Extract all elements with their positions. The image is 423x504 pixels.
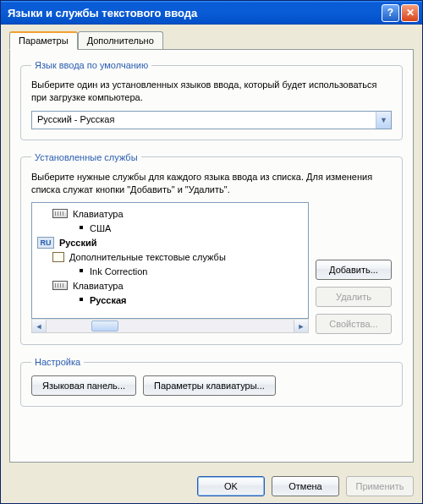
default-language-dropdown[interactable]: Русский - Русская ▼ [31,111,392,129]
scroll-track[interactable] [47,320,294,332]
dialog-window: Языки и службы текстового ввода ? ✕ Пара… [0,0,423,504]
tree-label: Русская [90,295,126,305]
settings-buttons-row: Языковая панель... Параметры клавиатуры.… [31,375,392,396]
tree-label: Клавиатура [73,209,124,219]
default-language-selected: Русский - Русская [32,112,376,129]
tree-language-russian[interactable]: RU Русский [36,235,308,249]
close-button[interactable]: ✕ [401,4,419,22]
services-side-buttons: Добавить... Удалить Свойства... [316,202,392,334]
tabstrip: Параметры Дополнительно [9,31,414,49]
group-default-language-legend: Язык ввода по умолчанию [31,60,151,70]
bullet-icon [80,298,83,301]
help-button[interactable]: ? [382,4,399,22]
language-bar-button[interactable]: Языковая панель... [31,375,136,396]
tree-label: США [90,223,111,233]
ok-button[interactable]: OK [197,476,265,496]
scroll-left-arrow-icon[interactable]: ◄ [32,320,47,332]
group-settings: Настройка Языковая панель... Параметры к… [20,357,403,407]
cancel-button[interactable]: Отмена [272,476,339,496]
apply-button: Применить [346,476,414,496]
keyboard-settings-button[interactable]: Параметры клавиатуры... [143,375,276,396]
language-badge-ru: RU [37,237,54,249]
group-installed-services: Установленные службы Выберите нужные слу… [20,152,403,346]
tree-category-extra-text-services[interactable]: Дополнительные текстовые службы [36,249,308,264]
remove-button: Удалить [316,287,392,307]
installed-services-row: Клавиатура США RU Русский [31,202,392,334]
installed-services-description: Выберите нужные службы для каждого языка… [31,171,392,196]
group-settings-legend: Настройка [31,357,84,367]
group-installed-services-legend: Установленные службы [31,152,141,162]
tree-label: Клавиатура [73,281,124,291]
add-button[interactable]: Добавить... [316,260,392,280]
tree-item-usa[interactable]: США [36,221,308,235]
tree-category-keyboard[interactable]: Клавиатура [36,206,308,221]
keyboard-icon [52,281,68,290]
window-title: Языки и службы текстового ввода [8,7,380,19]
tree-category-keyboard-ru[interactable]: Клавиатура [36,278,308,293]
keyboard-icon [52,209,68,218]
horizontal-scrollbar[interactable]: ◄ ► [31,319,309,333]
dialog-buttons: OK Отмена Применить [1,471,422,503]
document-icon [52,252,64,262]
services-tree[interactable]: Клавиатура США RU Русский [31,202,309,319]
properties-button: Свойства... [316,314,392,334]
tree-label: Ink Correction [90,266,147,277]
titlebar: Языки и службы текстового ввода ? ✕ [1,1,422,25]
bullet-icon [80,226,83,229]
client-area: Параметры Дополнительно Язык ввода по ум… [1,25,422,471]
tree-label: Русский [59,238,96,248]
scroll-right-arrow-icon[interactable]: ► [294,320,308,332]
tree-item-russian-layout[interactable]: Русская [36,293,308,307]
bullet-icon [80,269,83,272]
tab-parameters[interactable]: Параметры [9,31,78,50]
services-tree-wrap: Клавиатура США RU Русский [31,202,309,334]
tab-panel-parameters: Язык ввода по умолчанию Выберите один из… [9,49,414,463]
tree-item-ink-correction[interactable]: Ink Correction [36,264,308,278]
tab-advanced[interactable]: Дополнительно [78,31,163,49]
scroll-thumb[interactable] [91,320,118,331]
default-language-description: Выберите один из установленных языков вв… [31,79,392,104]
group-default-language: Язык ввода по умолчанию Выберите один из… [20,60,403,140]
chevron-down-icon[interactable]: ▼ [376,112,391,129]
tree-label: Дополнительные текстовые службы [69,252,226,262]
